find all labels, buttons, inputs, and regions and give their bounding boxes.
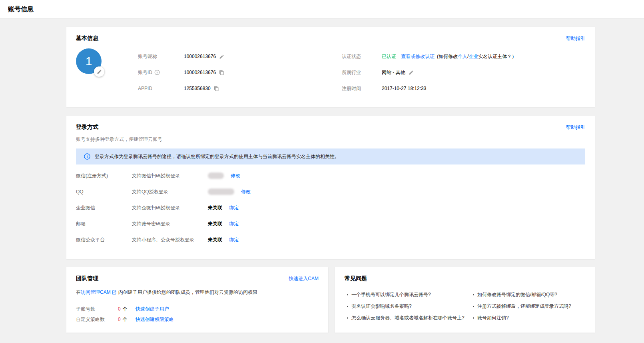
bind-link[interactable]: 绑定 xyxy=(229,237,239,243)
login-method-desc: 支持小程序、公众号授权登录 xyxy=(132,237,208,243)
login-row-wecom: 企业微信 支持企微扫码授权登录 未关联 绑定 xyxy=(76,200,585,216)
team-stats: 子账号数 0 个 快速创建子用户 自定义策略数 0 个 快速创建权限策略 xyxy=(76,304,319,325)
bullet-icon xyxy=(347,306,348,307)
basic-info-help-link[interactable]: 帮助指引 xyxy=(566,35,585,42)
auth-note-prefix: (如何修改 xyxy=(437,53,458,60)
stat-count: 0 xyxy=(118,317,121,322)
team-description: 在 访问管理CAM 内创建子用户提供给您的团队成员，管理他们对云资源的访问权限 xyxy=(76,289,319,296)
bullet-icon xyxy=(347,294,348,295)
external-link-icon[interactable] xyxy=(112,290,117,295)
login-methods-help-link[interactable]: 帮助指引 xyxy=(566,124,585,131)
avatar: 1 xyxy=(76,48,102,74)
stat-count: 0 xyxy=(118,306,121,312)
faq-item[interactable]: 注册方式被解绑后，还能绑定成登录方式吗? xyxy=(471,301,585,312)
faq-item[interactable]: 实名认证会影响域名备案吗? xyxy=(345,301,471,312)
login-row-wechat-official: 微信公众平台 支持小程序、公众号授权登录 未关联 绑定 xyxy=(76,232,585,248)
basic-info-left-fields: 账号昵称 100002613676 账号ID ? xyxy=(138,48,342,96)
basic-info-right-fields: 认证状态 已认证 查看或修改认证 (如何修改 个人 / 企业 实名认证主体？） … xyxy=(342,48,585,96)
field-appid: APPID 1255356830 xyxy=(138,80,342,96)
login-method-name: 邮箱 xyxy=(76,221,132,227)
modify-link[interactable]: 修改 xyxy=(231,173,240,179)
auth-enterprise-link[interactable]: 企业 xyxy=(469,53,478,60)
cam-console-link[interactable]: 访问管理CAM xyxy=(81,289,111,296)
login-method-name: QQ xyxy=(76,189,132,195)
field-account-id: 账号ID ? 100002613676 xyxy=(138,64,342,80)
basic-info-card: 基本信息 帮助指引 1 账号昵称 100002613676 xyxy=(66,27,595,107)
login-row-email: 邮箱 支持账号密码登录 未关联 绑定 xyxy=(76,216,585,232)
login-method-desc: 支持企微扫码授权登录 xyxy=(132,205,208,211)
masked-value xyxy=(208,173,224,179)
faq-item-text: 实名认证会影响域名备案吗? xyxy=(351,303,412,310)
basic-info-title: 基本信息 xyxy=(76,35,98,42)
faq-item[interactable]: 怎么确认云服务器、域名或者域名解析在哪个账号上? xyxy=(345,312,471,324)
bind-link[interactable]: 绑定 xyxy=(229,221,239,227)
team-management-card: 团队管理 快速进入CAM 在 访问管理CAM 内创建子用户提供给您的团队成员，管… xyxy=(66,267,328,333)
login-method-status: 未关联 xyxy=(208,205,222,211)
nickname-label: 账号昵称 xyxy=(138,53,184,60)
login-method-status: 未关联 xyxy=(208,221,222,227)
faq-item-text: 怎么确认云服务器、域名或者域名解析在哪个账号上? xyxy=(351,315,465,321)
faq-item-text: 一个手机号可以绑定几个腾讯云账号? xyxy=(351,291,431,298)
masked-value xyxy=(208,189,234,195)
faq-card: 常见问题 一个手机号可以绑定几个腾讯云账号? 实名认证会影响域名备案吗? 怎么确… xyxy=(335,267,595,333)
info-icon xyxy=(84,153,90,160)
team-management-title: 团队管理 xyxy=(76,275,98,282)
appid-label: APPID xyxy=(138,86,184,91)
login-methods-list: 微信(注册方式) 支持微信扫码授权登录 修改 QQ 支持QQ授权登录 修改 企业… xyxy=(76,168,585,248)
auth-note-suffix: 实名认证主体？） xyxy=(478,53,516,60)
avatar-edit-button[interactable] xyxy=(94,66,104,77)
account-id-label: 账号ID ? xyxy=(138,69,184,76)
register-time-label: 注册时间 xyxy=(342,85,382,92)
create-policy-link[interactable]: 快速创建权限策略 xyxy=(136,316,174,323)
faq-item[interactable]: 如何修改账号绑定的微信/邮箱/QQ等? xyxy=(471,289,585,301)
faq-item-text: 账号如何注销? xyxy=(477,315,509,321)
nickname-value: 100002613676 xyxy=(184,54,216,59)
auth-personal-link[interactable]: 个人 xyxy=(458,53,467,60)
modify-link[interactable]: 修改 xyxy=(241,189,251,195)
bind-link[interactable]: 绑定 xyxy=(229,205,239,211)
svg-text:?: ? xyxy=(156,71,158,74)
faq-item[interactable]: 一个手机号可以绑定几个腾讯云账号? xyxy=(345,289,471,301)
industry-label: 所属行业 xyxy=(342,69,382,76)
login-methods-card: 登录方式 帮助指引 账号支持多种登录方式，便捷管理云账号 登录方式作为登录腾讯云… xyxy=(66,116,595,259)
enter-cam-link[interactable]: 快速进入CAM xyxy=(289,275,319,282)
auth-status-label: 认证状态 xyxy=(342,53,382,60)
login-method-desc: 支持QQ授权登录 xyxy=(132,189,208,195)
page-body: 基本信息 帮助指引 1 账号昵称 100002613676 xyxy=(0,19,644,333)
industry-value: 网站 - 其他 xyxy=(382,69,405,76)
login-method-desc: 支持账号密码登录 xyxy=(132,221,208,227)
page-title: 账号信息 xyxy=(8,5,34,14)
account-id-label-text: 账号ID xyxy=(138,69,152,76)
team-desc-suffix: 内创建子用户提供给您的团队成员，管理他们对云资源的访问权限 xyxy=(118,289,257,296)
login-method-status: 未关联 xyxy=(208,237,222,243)
stat-unit: 个 xyxy=(123,306,128,313)
pencil-icon xyxy=(97,69,102,74)
account-id-value: 100002613676 xyxy=(184,70,216,75)
faq-title: 常见问题 xyxy=(345,275,367,282)
login-methods-subtitle: 账号支持多种登录方式，便捷管理云账号 xyxy=(76,136,585,143)
faq-item[interactable]: 账号如何注销? xyxy=(471,312,585,324)
bullet-icon xyxy=(473,306,474,307)
register-time-value: 2017-10-27 18:12:33 xyxy=(382,86,426,91)
team-desc-prefix: 在 xyxy=(76,289,81,296)
field-industry: 所属行业 网站 - 其他 xyxy=(342,64,585,80)
copy-icon[interactable] xyxy=(214,86,219,91)
login-method-name: 企业微信 xyxy=(76,205,132,211)
bullet-icon xyxy=(473,294,474,295)
login-method-desc: 支持微信扫码授权登录 xyxy=(132,173,208,179)
stat-label: 自定义策略数 xyxy=(76,316,118,323)
pencil-icon xyxy=(409,70,414,75)
copy-icon[interactable] xyxy=(219,70,224,75)
bullet-icon xyxy=(347,317,348,319)
page-header: 账号信息 xyxy=(0,0,644,19)
pencil-icon xyxy=(219,54,224,59)
nickname-edit-button[interactable] xyxy=(219,54,224,59)
auth-modify-link[interactable]: 查看或修改认证 xyxy=(401,53,435,60)
stat-custom-policies: 自定义策略数 0 个 快速创建权限策略 xyxy=(76,314,319,325)
create-sub-user-link[interactable]: 快速创建子用户 xyxy=(136,306,169,313)
industry-edit-button[interactable] xyxy=(409,70,414,75)
login-row-qq: QQ 支持QQ授权登录 修改 xyxy=(76,184,585,200)
login-banner-text: 登录方式作为登录腾讯云账号的途径，请确认您所绑定的登录方式的使用主体与当前腾讯云… xyxy=(95,153,339,160)
faq-list: 一个手机号可以绑定几个腾讯云账号? 实名认证会影响域名备案吗? 怎么确认云服务器… xyxy=(345,289,585,324)
help-question-icon[interactable]: ? xyxy=(154,70,160,75)
